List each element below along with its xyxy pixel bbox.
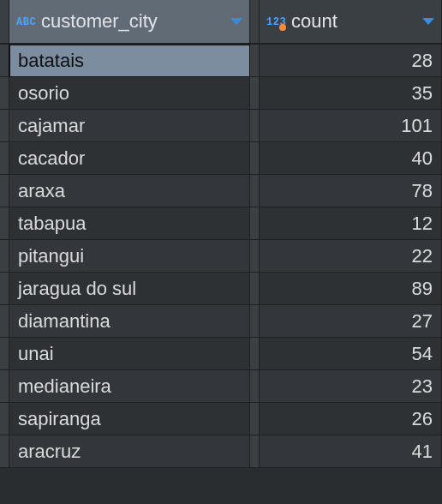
row-gutter	[0, 110, 9, 142]
cell-count[interactable]: 12	[260, 207, 442, 240]
row-gutter	[250, 403, 260, 435]
cell-customer_city[interactable]: aracruz	[9, 435, 250, 468]
cell-customer_city[interactable]: jaragua do sul	[9, 273, 250, 305]
row-gutter	[250, 435, 260, 468]
cell-customer_city[interactable]: cajamar	[9, 110, 250, 142]
row-gutter	[250, 207, 260, 240]
row-gutter	[0, 338, 9, 370]
cell-customer_city[interactable]: tabapua	[9, 207, 250, 240]
cell-count[interactable]: 26	[260, 403, 442, 435]
data-grid[interactable]: ABCcustomer_city123countbatatais28osorio…	[0, 0, 442, 468]
row-gutter	[250, 305, 260, 338]
cell-customer_city[interactable]: osorio	[9, 77, 250, 110]
row-gutter	[0, 305, 9, 338]
cell-customer_city[interactable]: unai	[9, 338, 250, 370]
cell-count[interactable]: 28	[260, 45, 442, 77]
chevron-down-icon[interactable]	[422, 18, 434, 25]
cell-count[interactable]: 101	[260, 110, 442, 142]
row-gutter	[0, 370, 9, 403]
cell-count[interactable]: 54	[260, 338, 442, 370]
header-gutter	[250, 0, 260, 45]
row-gutter	[0, 273, 9, 305]
cell-count[interactable]: 22	[260, 240, 442, 273]
row-gutter	[0, 435, 9, 468]
cell-count[interactable]: 78	[260, 175, 442, 207]
cell-count[interactable]: 40	[260, 142, 442, 175]
row-gutter	[0, 403, 9, 435]
column-header-label: customer_city	[41, 10, 230, 33]
row-gutter	[250, 45, 260, 77]
row-gutter	[250, 142, 260, 175]
cell-count[interactable]: 89	[260, 273, 442, 305]
cell-count[interactable]: 23	[260, 370, 442, 403]
row-gutter	[250, 240, 260, 273]
row-gutter	[0, 240, 9, 273]
type-number-icon: 123	[266, 16, 286, 28]
row-gutter	[0, 207, 9, 240]
row-gutter	[0, 142, 9, 175]
column-header-count[interactable]: 123count	[260, 0, 442, 45]
row-gutter	[250, 110, 260, 142]
row-gutter	[250, 273, 260, 305]
modified-dot-icon	[279, 24, 286, 31]
row-gutter	[250, 175, 260, 207]
row-gutter	[0, 45, 9, 77]
cell-customer_city[interactable]: batatais	[9, 45, 250, 77]
cell-customer_city[interactable]: sapiranga	[9, 403, 250, 435]
cell-customer_city[interactable]: cacador	[9, 142, 250, 175]
type-text-icon: ABC	[16, 16, 36, 28]
column-header-label: count	[291, 10, 422, 33]
row-gutter	[250, 338, 260, 370]
row-gutter	[0, 77, 9, 110]
cell-count[interactable]: 35	[260, 77, 442, 110]
cell-customer_city[interactable]: medianeira	[9, 370, 250, 403]
cell-customer_city[interactable]: araxa	[9, 175, 250, 207]
row-gutter	[250, 77, 260, 110]
header-gutter	[0, 0, 9, 45]
cell-customer_city[interactable]: pitangui	[9, 240, 250, 273]
row-gutter	[250, 370, 260, 403]
row-gutter	[0, 175, 9, 207]
column-header-customer_city[interactable]: ABCcustomer_city	[9, 0, 250, 45]
cell-count[interactable]: 27	[260, 305, 442, 338]
cell-customer_city[interactable]: diamantina	[9, 305, 250, 338]
chevron-down-icon[interactable]	[230, 18, 242, 25]
cell-count[interactable]: 41	[260, 435, 442, 468]
